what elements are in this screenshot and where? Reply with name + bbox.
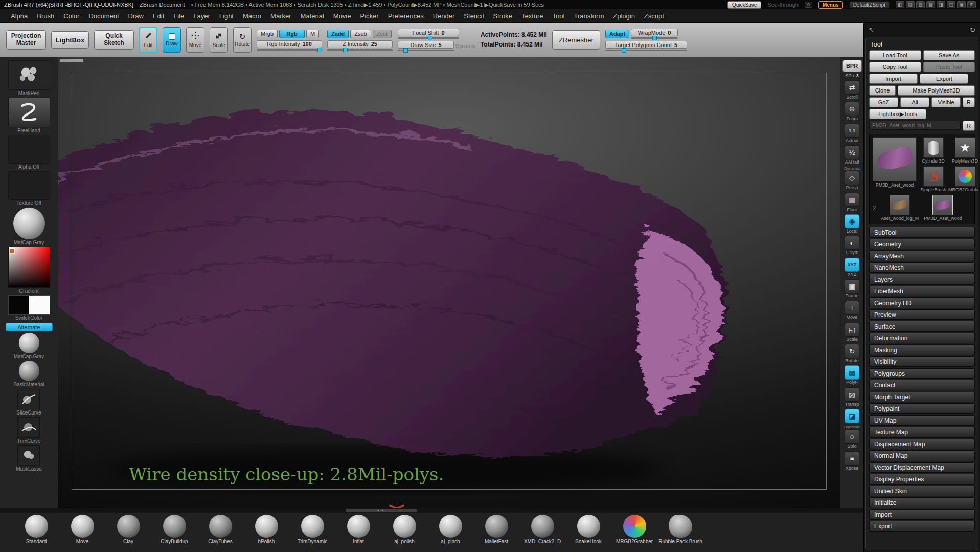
brush-malletfast[interactable]: MalletFast [474, 515, 518, 544]
tool-section-vector-displacement-map[interactable]: Vector Displacement Map [869, 462, 975, 473]
tool-section-display-properties[interactable]: Display Properties [869, 474, 975, 485]
quicksave-button[interactable]: QuickSave [727, 1, 761, 9]
layout-icon-7[interactable]: ▣ [957, 1, 966, 8]
m-button[interactable]: M [306, 30, 319, 38]
quickpick-polymesh3d[interactable]: ★ PolyMesh3D [948, 137, 978, 164]
menu-item-stencil[interactable]: Stencil [459, 11, 488, 21]
export-button[interactable]: Export [920, 74, 968, 84]
tool-section-texture-map[interactable]: Texture Map [869, 427, 975, 438]
zremesher-button[interactable]: ZRemesher [552, 30, 600, 50]
menu-item-alpha[interactable]: Alpha [6, 11, 32, 21]
color-swatch[interactable] [10, 248, 15, 254]
menu-item-draw[interactable]: Draw [124, 11, 148, 21]
right-strip-transp[interactable]: ▨Transp [845, 387, 859, 407]
tool-section-subtool[interactable]: SubTool [869, 227, 975, 238]
layout-icon-1[interactable]: ◧ [896, 1, 904, 8]
secondary-color-swatch[interactable] [29, 295, 50, 315]
menu-item-zscript[interactable]: Zscript [640, 11, 669, 21]
paste-tool-button[interactable]: Paste Tool [923, 62, 975, 72]
menu-item-stroke[interactable]: Stroke [488, 11, 517, 21]
alpha-thumbnail[interactable] [8, 135, 50, 164]
tool-section-masking[interactable]: Masking [869, 344, 975, 355]
tool-palette-title[interactable]: Tool [869, 40, 975, 50]
color-picker[interactable] [8, 247, 50, 288]
brush-claytubes[interactable]: ClayTubes [198, 515, 242, 544]
tool-section-geometry-hd[interactable]: Geometry HD [869, 297, 975, 308]
right-strip-rotate[interactable]: ↻Rotate [845, 344, 859, 363]
menu-item-color[interactable]: Color [59, 11, 84, 21]
layout-icon-2[interactable]: ▤ [906, 1, 915, 8]
quickpick-mrgb2grabber[interactable]: MRGB2Grabber [948, 166, 978, 192]
menu-item-transform[interactable]: Transform [569, 11, 608, 21]
tool-section-deformation[interactable]: Deformation [869, 333, 975, 343]
brush-standard[interactable]: Standard [14, 515, 58, 544]
lightbox-tools-button[interactable]: Lightbox▶Tools [869, 109, 926, 119]
menu-item-brush[interactable]: Brush [32, 11, 59, 21]
tool-section-displacement-map[interactable]: Displacement Map [869, 439, 975, 449]
right-strip-aahalf[interactable]: ½AAHalf [845, 145, 859, 165]
tool-section-morph-target[interactable]: Morph Target [869, 392, 975, 402]
layout-icon-5[interactable]: ◨ [937, 1, 945, 8]
default-zscript-button[interactable]: DefaultZScript [849, 1, 890, 9]
right-strip-persp[interactable]: Dynamic◇Persp [844, 167, 860, 190]
zadd-button[interactable]: Zadd [327, 30, 349, 38]
edit-button[interactable]: Edit [139, 27, 157, 53]
menu-item-picker[interactable]: Picker [356, 11, 383, 21]
rename-tool-button[interactable]: R [963, 121, 975, 131]
menu-item-texture[interactable]: Texture [517, 11, 548, 21]
brush-hpolish[interactable]: hPolish [244, 515, 288, 544]
right-strip-solo[interactable]: Dynamic○Solo [844, 425, 860, 449]
dynamic-toggle[interactable]: Dynamic [455, 43, 475, 49]
right-strip-local[interactable]: ◉Local [845, 214, 859, 234]
goz-r-button[interactable]: R [963, 97, 975, 107]
brush-claybuildup[interactable]: ClayBuildup [152, 515, 196, 544]
brush-aj-polish[interactable]: aj_polish [382, 515, 426, 544]
texture-thumbnail[interactable] [8, 171, 50, 200]
right-strip-ghost[interactable]: ◪ [845, 409, 859, 423]
move-button[interactable]: Move [186, 27, 204, 53]
tool-section-visibility[interactable]: Visibility [869, 356, 975, 367]
current-tool-thumbnail[interactable]: PM3D_Aset_wood [873, 137, 917, 192]
quick-sketch-button[interactable]: Quick Sketch [94, 30, 134, 50]
right-strip-zoom[interactable]: ⊕Zoom [845, 102, 859, 121]
menu-item-macro[interactable]: Macro [238, 11, 266, 21]
brush-mrgb2grabber[interactable]: MRGB2Grabber [612, 515, 656, 544]
maskpen-brush-thumbnail[interactable] [8, 60, 50, 90]
menu-item-material[interactable]: Material [296, 11, 329, 21]
scale-button[interactable]: Scale [210, 27, 228, 53]
goz-button[interactable]: GoZ [869, 97, 898, 107]
tool-section-preview[interactable]: Preview [869, 309, 975, 320]
bpr-button[interactable]: BPR [842, 60, 862, 72]
make-polymesh3d-button[interactable]: Make PolyMesh3D [898, 85, 975, 96]
menu-item-layer[interactable]: Layer [189, 11, 215, 21]
tool-name-field[interactable]: PM3D_Aset_wood_log_M [869, 121, 961, 130]
wrapmode-slider[interactable]: WrapMode0 [631, 29, 678, 39]
right-strip-floor[interactable]: ▦Floor [845, 193, 859, 212]
right-strip-xyz[interactable]: XYZXYZ [845, 258, 859, 277]
tool-section-arraymesh[interactable]: ArrayMesh [869, 250, 975, 261]
right-strip-move[interactable]: +Move [845, 301, 859, 320]
switch-color-swatches[interactable] [8, 295, 50, 315]
right-strip-scale[interactable]: ◱Scale [845, 323, 859, 342]
freehand-stroke-thumbnail[interactable] [8, 98, 50, 127]
menu-item-marker[interactable]: Marker [266, 11, 295, 21]
tool-section-layers[interactable]: Layers [869, 274, 975, 285]
brush-inflat[interactable]: Inflat [336, 515, 380, 544]
layout-icon-8[interactable]: ⊞ [967, 1, 976, 8]
z-intensity-slider[interactable]: Z Intensity25 [327, 40, 393, 51]
load-tool-button[interactable]: Load Tool [869, 50, 921, 60]
menu-item-tool[interactable]: Tool [548, 11, 569, 21]
goz-all-button[interactable]: All [900, 97, 929, 107]
goz-visible-button[interactable]: Visible [931, 97, 961, 107]
draw-size-slider[interactable]: Draw Size5 [398, 41, 454, 51]
alternate-button[interactable]: Alternate [6, 323, 53, 331]
brush-snakehook[interactable]: SnakeHook [566, 515, 610, 544]
see-through-slider[interactable]: See-through [767, 2, 799, 8]
zsub-button[interactable]: Zsub [350, 30, 371, 38]
panel-reload-icon[interactable]: ↻ [970, 26, 975, 34]
matcap-sphere-thumbnail[interactable] [13, 208, 45, 239]
trimcurve-thumbnail[interactable] [17, 417, 40, 438]
menus-button[interactable]: Menus [818, 1, 843, 9]
tool-section-export[interactable]: Export [869, 521, 975, 532]
brush-trimdynamic[interactable]: TrimDynamic [290, 515, 334, 544]
